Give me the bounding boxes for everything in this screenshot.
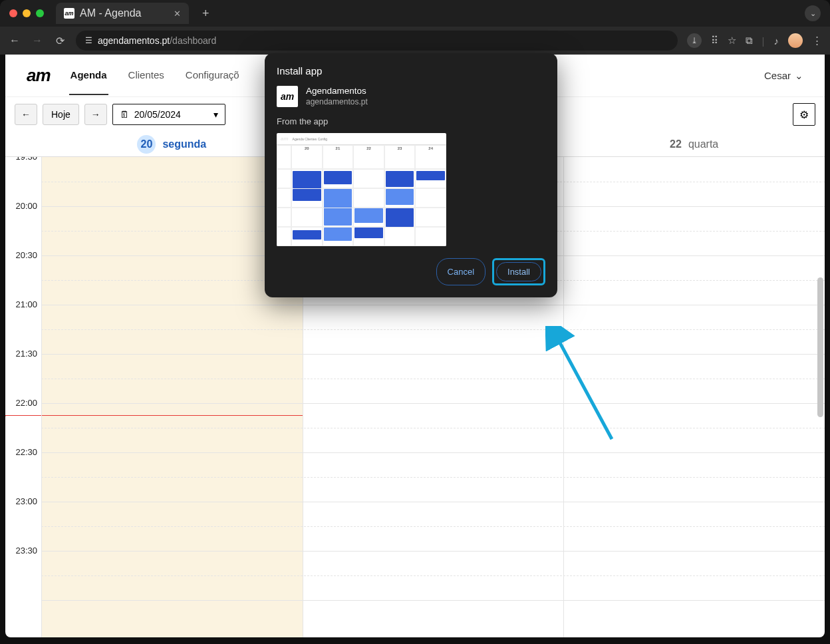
dialog-app-name: Agendamentos [306,86,368,96]
bookmark-icon[interactable]: ☆ [728,35,736,47]
day-column-wednesday[interactable] [563,157,825,637]
time-label: 21:00 [5,299,41,349]
time-label: 23:00 [5,496,41,546]
day-label-wednesday: quarta [688,138,718,150]
address-bar[interactable]: ☰ agendamentos.pt/dashboard [76,31,678,51]
url-path: /dashboard [170,35,216,46]
window-zoom[interactable] [36,9,44,17]
url-host: agendamentos.pt [98,35,170,46]
dialog-app-url: agendamentos.pt [306,97,368,106]
app-logo: am [27,65,51,86]
traffic-lights [9,9,44,17]
site-info-icon[interactable]: ☰ [85,36,92,45]
dialog-app-icon: am [277,86,298,107]
time-label: 19:30 [5,157,41,201]
today-button[interactable]: Hoje [43,104,79,125]
window-close[interactable] [9,9,17,17]
day-num-monday: 20 [137,135,156,154]
day-label-monday: segunda [162,138,206,150]
dialog-app-row: am Agendamentos agendamentos.pt [277,86,545,107]
time-label: 20:30 [5,250,41,299]
extensions-icon[interactable]: ⧉ [746,35,753,47]
nav-clientes[interactable]: Clientes [127,56,166,95]
time-label: 22:30 [5,447,41,496]
browser-toolbar: ← → ⟳ ☰ agendamentos.pt/dashboard ⤓ ⠿ ☆ … [0,27,830,55]
time-label: 20:00 [5,201,41,250]
gear-icon: ⚙ [799,108,809,121]
time-label: 22:00 [5,398,41,447]
user-menu[interactable]: Cesar ⌄ [764,70,803,82]
tab-title: AM - Agenda [80,7,142,19]
install-app-dialog: Install app am Agendamentos agendamentos… [265,53,557,297]
day-header-monday: 20 segunda [41,132,303,156]
time-label: 21:30 [5,349,41,398]
window-chrome: am AM - Agenda ✕ + ⌄ [0,0,830,27]
install-highlight: Install [492,258,545,285]
date-picker[interactable]: 🗓 20/05/2024 ▾ [112,104,225,125]
prev-button[interactable]: ← [15,104,37,125]
settings-button[interactable]: ⚙ [793,103,815,126]
chevron-down-icon: ⌄ [795,70,803,82]
tab-favicon: am [64,8,74,19]
dialog-from-label: From the app [277,116,545,126]
date-dropdown-icon: ▾ [213,109,218,120]
reload-button[interactable]: ⟳ [53,35,67,47]
day-column-monday[interactable] [41,157,303,637]
tab-close-icon[interactable]: ✕ [174,9,181,19]
calendar-scrollbar[interactable] [817,277,823,417]
app-nav: Agenda Clientes Configuraçõ [69,56,241,95]
new-tab-button[interactable]: + [202,7,209,21]
install-app-icon[interactable]: ⤓ [687,33,702,48]
dialog-title: Install app [277,65,545,77]
profile-avatar[interactable] [788,33,803,48]
browser-tab[interactable]: am AM - Agenda ✕ [56,3,189,24]
toolbar-right: ⤓ ⠿ ☆ ⧉ | ♪ ⋮ [687,33,822,48]
chrome-menu-icon[interactable]: ⋮ [812,35,822,47]
window-minimize[interactable] [23,9,31,17]
time-label: 23:30 [5,546,41,595]
tab-overflow-button[interactable]: ⌄ [805,5,821,21]
dialog-actions: Cancel Install [277,258,545,285]
day-num-wednesday: 22 [670,138,682,150]
date-value: 20/05/2024 [134,109,181,120]
media-icon[interactable]: ♪ [774,35,779,47]
install-button[interactable]: Install [496,262,541,281]
time-gutter: 19:30 20:00 20:30 21:00 21:30 22:00 22:3… [5,157,41,637]
dialog-preview: am Agenda Clientes Config 20 21 22 23 24 [277,133,446,246]
day-header-wednesday: 22 quarta [563,132,825,156]
user-name: Cesar [764,70,791,81]
nav-agenda[interactable]: Agenda [69,56,108,95]
calendar-icon: 🗓 [120,109,129,120]
translate-icon[interactable]: ⠿ [711,35,718,47]
nav-forward-button[interactable]: → [31,35,44,47]
nav-config[interactable]: Configuraçõ [184,56,241,95]
next-button[interactable]: → [84,104,107,125]
cancel-button[interactable]: Cancel [436,258,485,285]
nav-back-button[interactable]: ← [8,35,21,47]
